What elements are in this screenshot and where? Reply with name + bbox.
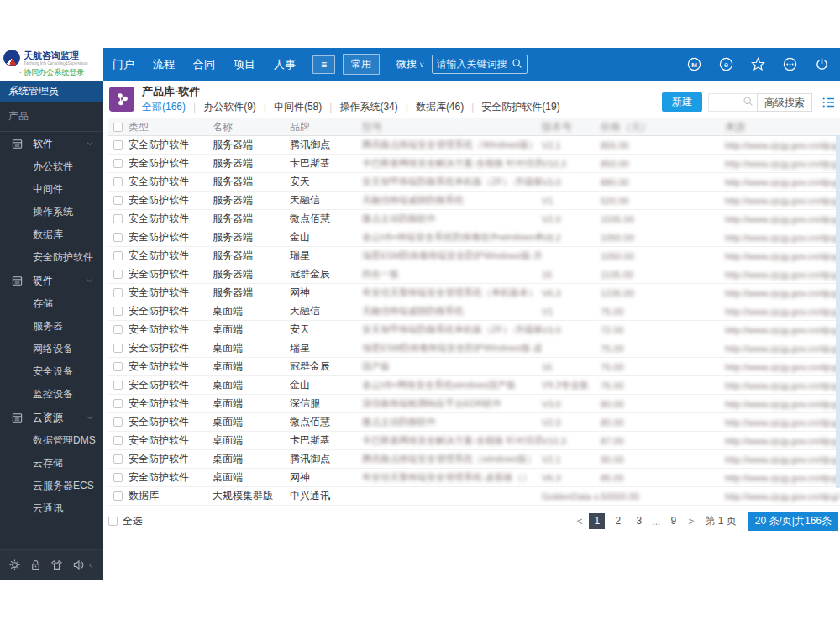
column-header-blurred[interactable]: 版本号	[542, 120, 601, 134]
table-row-0[interactable]: 安全防护软件 服务器端 腾讯御点 腾讯御点终端安全管理系统（Windows版） …	[108, 136, 840, 155]
row-checkbox[interactable]	[113, 381, 123, 390]
page-size-button[interactable]: 20 条/页|共166条	[748, 512, 838, 531]
nav-tab-3[interactable]: 项目	[234, 57, 255, 72]
table-row-10[interactable]: 安全防护软件 桌面端 安天 安天智甲终端防御系统单机版（ZF）-升级服务(三年)…	[108, 321, 840, 339]
row-checkbox[interactable]	[113, 417, 123, 427]
vertical-scrollbar[interactable]	[836, 135, 840, 488]
sidebar-group-1[interactable]: 硬件	[0, 269, 103, 292]
filter-tab-1[interactable]: 办公软件(9)	[203, 100, 256, 114]
table-row-15[interactable]: 安全防护软件 桌面端 微点佰慧 微点主动防御软件 V2.0 80.00 http…	[108, 413, 840, 432]
nav-tab-1[interactable]: 流程	[153, 57, 175, 72]
star-icon[interactable]	[751, 57, 765, 71]
table-row-16[interactable]: 安全防护软件 桌面端 卡巴斯基 卡巴斯基网络安全解决方案-全能版 针对信息安全5…	[108, 432, 840, 450]
sidebar-item-办公软件[interactable]: 办公软件	[0, 155, 103, 178]
collapse-sidebar-icon[interactable]	[87, 561, 95, 570]
row-checkbox[interactable]	[113, 473, 123, 482]
column-header-blurred[interactable]: 价格（元）	[601, 120, 725, 134]
row-checkbox[interactable]	[113, 214, 123, 223]
table-row-12[interactable]: 安全防护软件 桌面端 冠群金辰 国产版 16 75.00 http://www.…	[108, 358, 840, 376]
nav-tab-0[interactable]: 门户	[113, 57, 134, 72]
nav-tab-2[interactable]: 合同	[193, 57, 215, 72]
row-checkbox[interactable]	[113, 454, 123, 464]
filter-tab-0[interactable]: 全部(166)	[142, 100, 186, 114]
filter-tab-4[interactable]: 数据库(46)	[416, 100, 464, 114]
table-row-14[interactable]: 安全防护软件 桌面端 深信服 深信服终端检测响应平台EDR软件 V3.0 80.…	[108, 395, 840, 413]
sidebar-item-网络设备[interactable]: 网络设备	[0, 338, 103, 360]
table-row-13[interactable]: 安全防护软件 桌面端 金山 金山V8+网络安全系统windows国产版 V9.3…	[108, 376, 840, 395]
sidebar-item-操作系统[interactable]: 操作系统	[0, 201, 103, 223]
sidebar-item-中间件[interactable]: 中间件	[0, 178, 103, 201]
row-checkbox[interactable]	[113, 251, 123, 260]
prev-page-button[interactable]: <	[572, 516, 586, 528]
sidebar-item-云存储[interactable]: 云存储	[0, 452, 103, 475]
sidebar-item-安全设备[interactable]: 安全设备	[0, 360, 103, 383]
table-row-19[interactable]: 数据库 大规模集群版 中兴通讯 GoldenData s... 50000.00…	[108, 487, 840, 506]
table-row-11[interactable]: 安全防护软件 桌面端 瑞星 瑞星ESM防病毒终端安全防护Windows版-桌面授…	[108, 339, 840, 358]
more-circle-icon[interactable]	[783, 57, 797, 71]
row-checkbox[interactable]	[113, 288, 123, 297]
sidebar-item-云服务器ECS[interactable]: 云服务器ECS	[0, 475, 103, 497]
table-row-3[interactable]: 安全防护软件 服务器端 天融信 天融信终端威胁防御系统 V1 520.00 ht…	[108, 192, 840, 210]
row-checkbox[interactable]	[113, 140, 123, 150]
page-button-2[interactable]: 2	[610, 513, 626, 529]
search-icon[interactable]	[512, 58, 522, 71]
filter-tab-3[interactable]: 操作系统(34)	[339, 100, 397, 114]
row-checkbox[interactable]	[113, 196, 123, 205]
global-search-input[interactable]: 请输入关键词搜	[432, 55, 528, 74]
table-row-9[interactable]: 安全防护软件 桌面端 天融信 天融信终端威胁防御系统 V1 75.00 http…	[108, 302, 840, 321]
table-row-1[interactable]: 安全防护软件 服务器端 卡巴斯基 卡巴斯基网络安全解决方案-全能版 针对信息安全…	[108, 155, 840, 173]
wsearch-dropdown[interactable]: 微搜 ∨	[396, 57, 425, 71]
row-checkbox[interactable]	[113, 233, 123, 242]
row-checkbox[interactable]	[113, 159, 123, 168]
column-header[interactable]: 名称	[213, 120, 290, 134]
column-header[interactable]: 品牌	[290, 120, 362, 134]
table-row-5[interactable]: 安全防护软件 服务器端 金山 金山V8+终端安全系统防病毒组件windows单机…	[108, 228, 840, 247]
new-button[interactable]: 新建	[662, 92, 702, 112]
table-row-8[interactable]: 安全防护软件 服务器端 网神 奇安信天擎终端安全管理系统（单机版本） V6.3 …	[108, 284, 840, 302]
sidebar-item-数据库[interactable]: 数据库	[0, 223, 103, 246]
m-circle-icon[interactable]: M	[687, 57, 701, 71]
row-checkbox[interactable]	[113, 491, 123, 501]
nav-tab-common[interactable]: 常用	[343, 54, 380, 75]
next-page-button[interactable]: >	[684, 516, 698, 528]
message-circle-icon[interactable]: e	[719, 57, 733, 71]
nav-tab-4[interactable]: 人事	[274, 57, 296, 72]
sidebar-group-0[interactable]: 软件	[0, 132, 103, 155]
column-header-blurred[interactable]: 型号	[362, 120, 542, 134]
oa-login-link[interactable]: · 协同办公系统登录	[3, 67, 100, 78]
sidebar-item-监控设备[interactable]: 监控设备	[0, 383, 103, 406]
theme-shirt-icon[interactable]	[50, 559, 63, 571]
table-row-2[interactable]: 安全防护软件 服务器端 安天 安天智甲终端防御系统单机版（ZF）-升级服务(三年…	[108, 173, 840, 192]
row-checkbox[interactable]	[113, 325, 123, 334]
select-all-checkbox[interactable]	[108, 517, 118, 526]
sidebar-item-数据管理DMS[interactable]: 数据管理DMS	[0, 429, 103, 452]
row-checkbox[interactable]	[113, 177, 123, 186]
nav-more-button[interactable]: ≡	[312, 55, 335, 74]
sidebar-item-云通讯[interactable]: 云通讯	[0, 497, 103, 520]
page-button-9[interactable]: 9	[665, 513, 681, 529]
table-row-4[interactable]: 安全防护软件 服务器端 微点佰慧 微点主动防御软件 V2.0 1035.00 h…	[108, 210, 840, 228]
power-icon[interactable]	[815, 57, 829, 71]
row-checkbox[interactable]	[113, 399, 123, 408]
row-checkbox[interactable]	[113, 270, 123, 279]
table-row-6[interactable]: 安全防护软件 服务器端 瑞星 瑞星ESM防病毒终端安全防护Windows版-升级…	[108, 247, 840, 265]
sidebar-group-2[interactable]: 云资源	[0, 406, 103, 429]
page-button-1[interactable]: 1	[589, 513, 605, 529]
filter-tab-2[interactable]: 中间件(58)	[274, 100, 322, 114]
sidebar-item-安全防护软件[interactable]: 安全防护软件	[0, 246, 103, 269]
sound-icon[interactable]	[72, 559, 85, 571]
column-header-blurred[interactable]: 来源	[725, 120, 840, 134]
lock-icon[interactable]	[29, 559, 42, 571]
list-view-icon[interactable]	[822, 96, 835, 109]
advanced-search-button[interactable]: 高级搜索	[757, 93, 812, 112]
gear-icon[interactable]	[8, 559, 21, 571]
row-checkbox[interactable]	[113, 362, 123, 371]
sidebar-item-存储[interactable]: 存储	[0, 292, 103, 315]
table-row-18[interactable]: 安全防护软件 桌面端 网神 奇安信天擎终端安全管理系统-桌面版（） V6.3 8…	[108, 469, 840, 487]
filter-tab-5[interactable]: 安全防护软件(19)	[481, 100, 559, 114]
page-button-3[interactable]: 3	[631, 513, 647, 529]
row-checkbox[interactable]	[113, 307, 123, 316]
table-search-input[interactable]	[708, 93, 757, 112]
row-checkbox[interactable]	[113, 436, 123, 445]
sidebar-item-服务器[interactable]: 服务器	[0, 315, 103, 338]
